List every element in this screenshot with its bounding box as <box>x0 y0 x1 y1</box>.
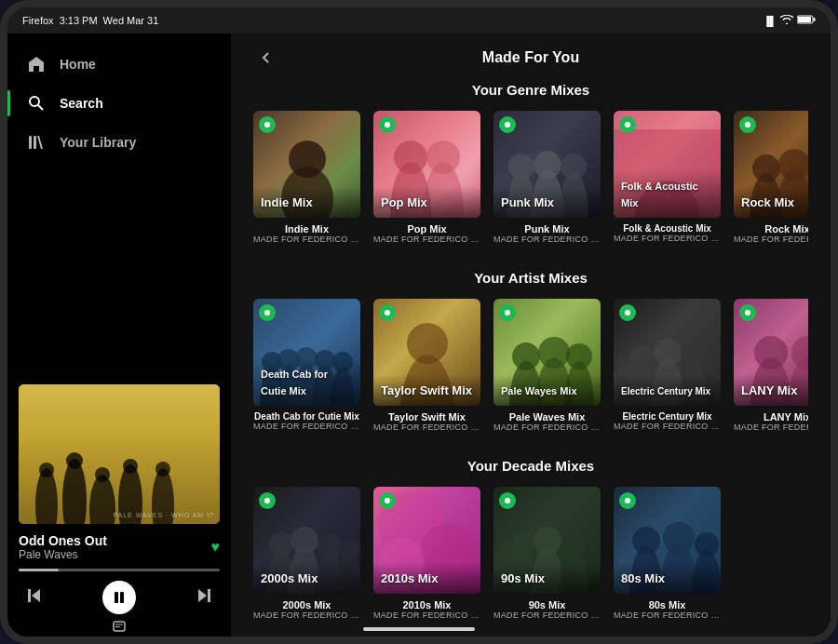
svg-rect-18 <box>28 589 31 602</box>
spotify-dot <box>499 304 516 321</box>
album-art[interactable]: PALE WAVES · WHO AM I? <box>19 384 220 524</box>
mix-info-folk: Folk & Acoustic Mix Made For Federico Vi… <box>614 223 721 243</box>
mix-art-90s: 90s Mix <box>493 487 601 594</box>
mix-label-pop: Pop Mix <box>373 186 480 218</box>
svg-point-79 <box>745 310 750 315</box>
sidebar-item-library[interactable]: Your Library <box>7 123 231 162</box>
next-button[interactable] <box>196 587 212 609</box>
svg-point-34 <box>505 122 510 127</box>
svg-rect-19 <box>115 592 118 603</box>
svg-point-81 <box>754 336 788 369</box>
mix-label-rock: Rock Mix <box>734 186 808 218</box>
genre-mixes-title: Your Genre Mixes <box>253 82 808 98</box>
list-item[interactable]: Punk Mix Punk Mix Made For Federico Viti… <box>493 111 601 244</box>
svg-point-16 <box>155 462 170 476</box>
svg-point-38 <box>534 151 561 179</box>
svg-point-26 <box>264 122 270 127</box>
svg-point-90 <box>318 534 342 558</box>
mix-info-electric: Electric Century Mix Made For Federico V… <box>614 411 721 431</box>
spotify-dot <box>259 116 276 133</box>
list-item[interactable]: LANY Mix LANY Mix Made For Federico Viti… <box>734 299 808 432</box>
list-item[interactable]: Death Cab for Cutie Mix Death Cab for Cu… <box>253 299 360 432</box>
list-item[interactable]: Folk & Acoustic Mix Folk & Acoustic Mix … <box>614 111 721 244</box>
pause-button[interactable] <box>102 581 136 614</box>
lyrics-control <box>19 614 220 640</box>
list-item[interactable]: 2000s Mix 2000s Mix Made For Federico Vi… <box>253 487 360 620</box>
list-item[interactable]: Electric Century Mix Electric Century Mi… <box>614 299 721 432</box>
heart-button[interactable]: ♥ <box>211 539 221 556</box>
sidebar-item-home[interactable]: Home <box>7 45 231 84</box>
svg-point-15 <box>123 459 138 474</box>
svg-point-51 <box>264 310 270 315</box>
prev-button[interactable] <box>26 587 43 609</box>
mix-label-palewayes: Pale Wayes Mix <box>493 374 601 406</box>
sidebar-item-search[interactable]: Search <box>7 84 231 123</box>
spotify-dot <box>739 116 756 133</box>
svg-point-78 <box>682 344 706 369</box>
status-bar: Firefox 3:13 PM Wed Mar 31 ▐▌ <box>7 7 831 34</box>
track-details: Odd Ones Out Pale Waves <box>19 533 107 561</box>
svg-point-83 <box>791 336 808 369</box>
lyrics-button[interactable] <box>113 620 126 633</box>
spotify-dot <box>619 116 636 133</box>
svg-point-40 <box>561 154 587 180</box>
main-content[interactable]: Made For You Your Genre Mixes <box>231 34 831 644</box>
mix-art-pop: Pop Mix <box>373 111 480 218</box>
svg-point-99 <box>509 532 534 557</box>
sidebar-nav: Home Search <box>7 34 231 173</box>
spotify-dot <box>499 492 516 509</box>
list-item[interactable]: Taylor Swift Mix Taylor Swift Mix Made F… <box>373 299 480 432</box>
svg-point-14 <box>95 467 110 482</box>
mix-art-2000s: 2000s Mix <box>253 487 360 594</box>
svg-point-76 <box>654 339 682 367</box>
artist-mixes-title: Your Artist Mixes <box>253 270 808 286</box>
track-info: Odd Ones Out Pale Waves ♥ <box>19 533 220 561</box>
list-item[interactable]: Rock Mix Rock Mix Made For Federico Viti… <box>734 111 808 244</box>
mix-label-electric: Electric Century Mix <box>614 374 721 406</box>
mix-label-indie: Indie Mix <box>253 186 360 218</box>
list-item[interactable]: Pop Mix Pop Mix Made For Federico Viticc… <box>373 111 480 244</box>
mix-label-lany: LANY Mix <box>734 374 808 406</box>
spotify-dot <box>619 304 636 321</box>
mix-info-80s: 80s Mix Made For Federico Viticci <box>614 599 721 620</box>
spotify-dot <box>379 304 396 321</box>
svg-rect-6 <box>34 136 36 149</box>
mix-info-palewayes: Pale Waves Mix Made For Federico Viticci <box>493 411 601 432</box>
spotify-dot <box>499 116 516 133</box>
svg-point-3 <box>30 97 39 106</box>
mix-art-punk: Punk Mix <box>493 111 601 218</box>
mix-label-folk: Folk & Acoustic Mix <box>614 169 721 218</box>
progress-bar[interactable] <box>19 569 220 571</box>
svg-point-62 <box>385 310 390 315</box>
status-right: ▐▌ <box>764 15 816 26</box>
active-indicator <box>7 90 10 116</box>
search-label: Search <box>60 96 103 111</box>
sidebar: Home Search <box>7 34 231 644</box>
track-artist: Pale Waves <box>19 548 107 561</box>
back-button[interactable] <box>253 45 279 71</box>
spotify-dot <box>619 492 636 509</box>
svg-point-86 <box>269 532 293 557</box>
svg-point-69 <box>538 337 570 369</box>
artist-mixes-section: Your Artist Mixes <box>231 270 831 458</box>
svg-point-93 <box>385 498 390 503</box>
svg-point-110 <box>695 532 719 557</box>
svg-point-65 <box>505 310 510 315</box>
app-container: Home Search <box>7 34 831 644</box>
list-item[interactable]: Pale Wayes Mix Pale Waves Mix Made For F… <box>493 299 601 432</box>
date-label: Wed Mar 31 <box>103 15 159 26</box>
mix-info-rock: Rock Mix Made For Federico Viticci <box>734 223 808 244</box>
list-item[interactable]: Indie Mix Indie Mix Made For Federico Vi… <box>253 111 360 244</box>
svg-point-13 <box>66 452 83 469</box>
svg-rect-20 <box>120 592 124 603</box>
svg-point-74 <box>629 344 654 369</box>
svg-point-106 <box>632 527 660 555</box>
mix-label-deathcab: Death Cab for Cutie Mix <box>253 357 360 406</box>
page-title: Made For You <box>294 49 767 66</box>
list-item[interactable]: 90s Mix 90s Mix Made For Federico Viticc… <box>493 487 601 620</box>
mix-info-2000s: 2000s Mix Made For Federico Viticci <box>253 599 360 620</box>
list-item[interactable]: 2010s Mix 2010s Mix Made For Federico Vi… <box>373 487 480 620</box>
mix-info-taylor: Taylor Swift Mix Made For Federico Vitic… <box>373 411 480 432</box>
mix-art-80s: 80s Mix <box>614 487 721 594</box>
list-item[interactable]: 80s Mix 80s Mix Made For Federico Viticc… <box>614 487 721 620</box>
